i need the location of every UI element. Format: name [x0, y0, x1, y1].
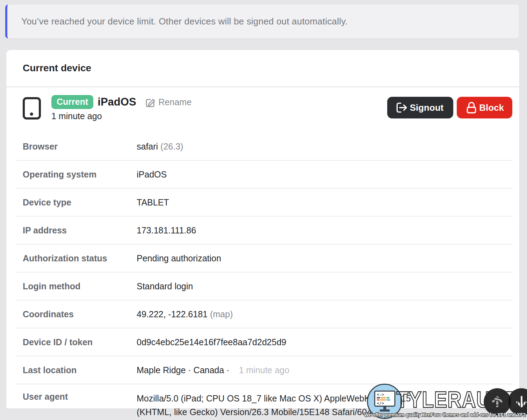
- authorization-status-value: Pending authorization: [137, 252, 221, 265]
- device-last-seen: 1 minute ago: [51, 111, 192, 121]
- page-title: Current device: [23, 63, 91, 74]
- status-badge-current: Current: [51, 95, 93, 109]
- svg-text:</>: </>: [377, 401, 384, 406]
- row-device-type: Device type TABLET: [16, 189, 512, 217]
- last-location-value: Maple Ridge · Canada ·: [137, 365, 229, 375]
- device-header: Current iPadOS Rename 1 minute ago: [6, 87, 519, 133]
- device-detail-table: Browser safari (26.3) Operating system i…: [16, 133, 512, 419]
- edit-pencil-icon: [145, 97, 156, 108]
- device-id-value: 0d9c4ebc25e14e16f7fee8aa7d2d25d9: [137, 335, 286, 349]
- device-name: iPadOS: [98, 96, 136, 108]
- row-operating-system: Operating system iPadOS: [16, 161, 512, 189]
- rename-button[interactable]: Rename: [145, 97, 192, 108]
- watermark-brand-text: TYLERAUSTIN: [396, 386, 527, 413]
- card-header: Current device: [6, 50, 519, 87]
- login-method-value: Standard login: [137, 280, 193, 293]
- row-device-id: Device ID / token 0d9c4ebc25e14e16f7fee8…: [16, 328, 512, 356]
- tablet-icon: [23, 97, 41, 120]
- block-button[interactable]: Block: [457, 97, 512, 118]
- code-monitor-icon: <-> </>: [372, 390, 397, 413]
- ip-address-value: 173.181.111.86: [137, 224, 196, 237]
- lock-icon: [465, 101, 478, 114]
- alert-message: You’ve reached your device limit. Other …: [21, 16, 348, 27]
- row-last-location: Last location Maple Ridge · Canada · 1 m…: [16, 356, 512, 384]
- svg-text:<->: <->: [377, 392, 384, 397]
- device-info: Current iPadOS Rename 1 minute ago: [51, 95, 192, 121]
- row-ip-address: IP address 173.181.111.86: [16, 217, 512, 245]
- signout-button[interactable]: Signout: [387, 97, 453, 118]
- browser-version: (26.3): [160, 142, 183, 151]
- row-coordinates: Coordinates 49.222, -122.6181 (map): [16, 300, 512, 328]
- coordinates-value: 49.222, -122.6181: [137, 309, 208, 319]
- os-value: iPadOS: [137, 168, 167, 181]
- block-label: Block: [479, 102, 504, 113]
- browser-value: safari: [137, 142, 158, 151]
- map-link[interactable]: (map): [210, 309, 233, 319]
- device-type-value: TABLET: [137, 196, 169, 209]
- rename-label: Rename: [159, 97, 192, 107]
- last-location-time: 1 minute ago: [239, 365, 289, 375]
- device-limit-alert: You’ve reached your device limit. Other …: [5, 5, 519, 38]
- sign-out-icon: [395, 101, 408, 114]
- device-actions: Signout Block: [387, 97, 512, 118]
- row-browser: Browser safari (26.3): [16, 133, 512, 161]
- current-device-card: Current device Current iPadOS Rename 1 m: [6, 50, 519, 408]
- watermark-tagline: We offer premium quality XenForo themes …: [364, 412, 526, 418]
- row-login-method: Login method Standard login: [16, 273, 512, 300]
- row-authorization-status: Authorization status Pending authorizati…: [16, 245, 512, 273]
- signout-label: Signout: [410, 102, 443, 113]
